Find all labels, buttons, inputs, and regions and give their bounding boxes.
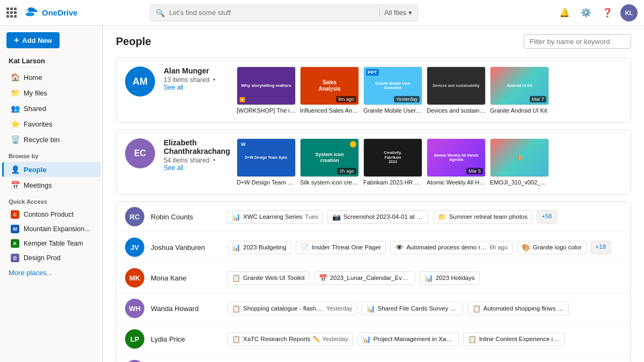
sidebar-item-home[interactable]: 🏠 Home <box>2 70 100 85</box>
alan-file-5[interactable]: Android UI Kit Mar 7 Granite Android UI … <box>490 67 549 114</box>
nav-icons: 🔔 ⚙️ ❓ KL <box>556 4 638 21</box>
qa-item-label: Kemper Table Team <box>24 240 83 247</box>
elizabeth-file-2[interactable]: System iconcreation 2h ago ! Silk system… <box>300 138 359 186</box>
help-icon[interactable]: ❓ <box>599 4 616 21</box>
person-row-robin[interactable]: RC Robin Counts 📊 XWC Learning Series Tu… <box>116 202 631 232</box>
elizabeth-thumb-5: 🎨 <box>490 138 549 177</box>
person-row-joshua[interactable]: JV Joshua Vanburen 📊 2023 Budgeting 📄 In… <box>116 232 631 263</box>
elizabeth-file-4[interactable]: Atomic Weekly All Hands Agenda Mar 5 Ato… <box>427 138 486 186</box>
alan-see-all[interactable]: See all <box>164 84 184 91</box>
excel-icon: 📊 <box>232 213 240 221</box>
alan-thumb-5: Android UI Kit Mar 7 <box>490 67 549 105</box>
sidebar-item-meetings[interactable]: 📅 Meetings <box>2 178 100 193</box>
alan-file-2[interactable]: SalesAnalysis 9m ago Influenced Sales An… <box>300 67 359 114</box>
sidebar-item-shared[interactable]: 👥 Shared <box>2 101 100 116</box>
joshua-file-3[interactable]: 👁️ Automated process demo reel 6h ago <box>390 241 513 254</box>
filter-input[interactable] <box>524 34 631 49</box>
lydia-name: Lydia Price <box>151 335 221 343</box>
file-pill-label: Automated process demo reel <box>406 244 487 250</box>
elizabeth-thumb-4: Atomic Weekly All Hands Agenda Mar 5 <box>427 138 486 177</box>
person-row-mauricio[interactable]: MA Mauricio August External 📋 Paris Conf… <box>116 354 631 362</box>
file-meta: Tues <box>305 213 318 220</box>
sidebar-item-myfiles[interactable]: 📁 My files <box>2 85 100 100</box>
elizabeth-file-label-5: EMOJI_310_v002_4k_1035 <box>490 179 549 186</box>
apps-grid-icon[interactable] <box>6 8 17 18</box>
notifications-icon[interactable]: 🔔 <box>556 4 573 21</box>
add-new-button[interactable]: + Add New <box>6 32 60 48</box>
onedrive-logo[interactable]: OneDrive <box>24 5 78 20</box>
sidebar-item-label: Meetings <box>24 181 52 189</box>
quick-access-design[interactable]: D Design Prod <box>2 251 100 265</box>
wanda-files: 📋 Shopping catalogue - flash feedback Ye… <box>227 302 622 315</box>
file-pill-label: Granite Web UI Toolkit <box>243 275 305 281</box>
user-avatar[interactable]: KL <box>620 4 638 21</box>
wanda-file-1[interactable]: 📋 Shopping catalogue - flash feedback Ye… <box>227 302 357 315</box>
alan-file-3[interactable]: Granite Mobile User Scenarios Yesterday … <box>363 67 422 114</box>
robin-file-3[interactable]: 📁 Summer retreat team photos <box>433 210 532 224</box>
file-pill-label: Granite logo color <box>533 244 582 250</box>
robin-file-2[interactable]: 📷 Screenshot 2023-04-01 at 6.36.30 PM <box>327 210 429 224</box>
chevron-down-icon: ▾ <box>408 9 412 17</box>
search-bar[interactable]: 🔍 All files ▾ <box>150 4 418 21</box>
people-list: RC Robin Counts 📊 XWC Learning Series Tu… <box>116 201 631 362</box>
ppt-icon: 📋 <box>468 335 477 343</box>
alan-file-4[interactable]: Devices and sustainability Devices and s… <box>427 67 486 114</box>
pdf-icon: 📄 <box>301 243 309 252</box>
plus-icon: + <box>14 35 19 45</box>
alan-file-label-4: Devices and sustainability <box>427 107 486 114</box>
quick-access-contoso[interactable]: C Contoso Product <box>2 208 100 221</box>
wanda-file-2[interactable]: 📊 Shared File Cards Survey Study Plan <box>362 302 463 315</box>
elizabeth-info: Elizabeth Chanthrakrachang 54 items shar… <box>164 138 228 172</box>
screenshot-icon: 📷 <box>332 213 341 221</box>
alan-name: Alan Munger <box>164 67 228 75</box>
mona-file-3[interactable]: 📊 2023 Holidays <box>420 271 480 285</box>
joshua-file-2[interactable]: 📄 Insider Threat One Pager <box>296 241 386 254</box>
sidebar-item-favorites[interactable]: ⭐ Favorites <box>2 116 100 131</box>
qa-item-label: Contoso Product <box>24 211 74 218</box>
search-input[interactable] <box>169 9 375 17</box>
joshua-file-1[interactable]: 📊 2023 Budgeting <box>227 241 291 254</box>
excel-icon: 📊 <box>425 274 433 282</box>
file-pill-label: 2023 Holidays <box>436 275 475 281</box>
qa-item-label: Design Prod <box>24 254 61 262</box>
sidebar: + Add New Kat Larson 🏠 Home 📁 My files 👥… <box>0 26 103 362</box>
mountain-icon: M <box>11 225 19 233</box>
joshua-file-4[interactable]: 🎨 Granite logo color <box>517 241 587 254</box>
lydia-file-1[interactable]: 📋 XaTC Research Reports ✏️ Yesterday <box>227 333 353 346</box>
wanda-file-3[interactable]: 📋 Automated shopping flows - End user st… <box>467 302 569 315</box>
sidebar-item-recycle[interactable]: 🗑️ Recycle bin <box>2 132 100 147</box>
settings-icon[interactable]: ⚙️ <box>577 4 595 21</box>
file-pill-label: Shared File Cards Survey Study Plan <box>378 305 458 312</box>
elizabeth-avatar[interactable]: EC <box>125 138 155 168</box>
mona-file-1[interactable]: 📋 Granite Web UI Toolkit <box>227 271 310 285</box>
page-title: People <box>116 35 151 48</box>
person-row-mona[interactable]: MK Mona Kane 📋 Granite Web UI Toolkit 📅 … <box>116 263 631 293</box>
search-filter-dropdown[interactable]: All files ▾ <box>379 9 412 17</box>
elizabeth-file-5[interactable]: 🎨 EMOJI_310_v002_4k_1035 <box>490 138 549 186</box>
file-pill-label: Insider Threat One Pager <box>312 244 382 250</box>
quick-access-kemper[interactable]: K Kemper Table Team <box>2 237 100 250</box>
more-places-link[interactable]: More places... <box>0 265 103 280</box>
shared-icon: 👥 <box>11 104 19 113</box>
alan-avatar[interactable]: AM <box>125 67 155 97</box>
elizabeth-file-3[interactable]: Creativity.Fabrikam2023 Fabrikam 2023 HR… <box>363 138 422 186</box>
mona-name: Mona Kane <box>151 274 221 282</box>
elizabeth-files-row: D+W Design Team Sync W D+W Design Team S… <box>237 138 622 186</box>
quick-access-mountain[interactable]: M Mountain Expansion... <box>2 222 100 236</box>
elizabeth-file-1[interactable]: D+W Design Team Sync W D+W Design Team S… <box>237 138 296 186</box>
lydia-file-3[interactable]: 📋 Inline Content Experience in XaTC - ..… <box>463 333 565 346</box>
robin-plus[interactable]: +58 <box>537 210 557 224</box>
robin-file-1[interactable]: 📊 XWC Learning Series Tues <box>227 210 323 224</box>
mona-files: 📋 Granite Web UI Toolkit 📅 2023_Lunar_Ca… <box>227 271 622 285</box>
joshua-plus[interactable]: +18 <box>591 241 611 254</box>
person-row-wanda[interactable]: WH Wanda Howard 📋 Shopping catalogue - f… <box>116 293 631 324</box>
elizabeth-see-all[interactable]: See all <box>164 164 184 172</box>
mona-file-2[interactable]: 📅 2023_Lunar_Calendar_Event_Poster_FINAL <box>314 271 415 285</box>
person-row-lydia[interactable]: LP Lydia Price 📋 XaTC Research Reports ✏… <box>116 324 631 354</box>
lydia-file-2[interactable]: 📊 Project Management in XaTC - JTBDs Res… <box>357 333 459 346</box>
alan-file-1[interactable]: Why storytelling matters ▶️ [WORKSHOP] T… <box>237 67 296 114</box>
alan-files-row: Why storytelling matters ▶️ [WORKSHOP] T… <box>237 67 622 114</box>
sidebar-item-people[interactable]: 👤 People <box>2 162 100 177</box>
elizabeth-thumb-2: System iconcreation 2h ago ! <box>300 138 359 177</box>
folder-icon: 📁 <box>11 88 19 97</box>
